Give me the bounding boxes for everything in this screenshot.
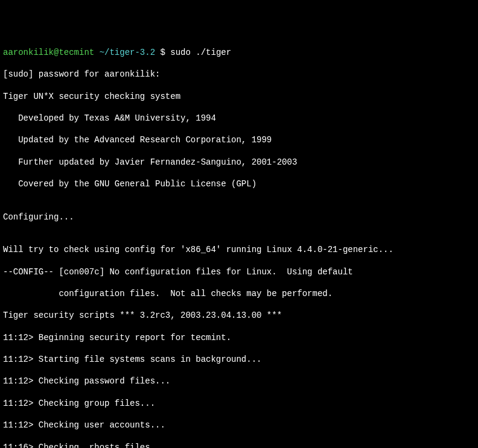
- terminal-line: --CONFIG-- [con007c] No configuration fi…: [3, 267, 475, 277]
- terminal-line: Developed by Texas A&M University, 1994: [3, 113, 475, 124]
- prompt-line: aaronkilik@tecmint ~/tiger-3.2 $ sudo ./…: [3, 47, 475, 58]
- terminal-line: 11:12> Checking password files...: [3, 376, 475, 386]
- terminal-line: 11:12> Checking group files...: [3, 398, 475, 409]
- terminal-line: 11:16> Checking .rhosts files...: [3, 442, 475, 449]
- terminal-line: 11:12> Checking user accounts...: [3, 420, 475, 431]
- terminal-line: Updated by the Advanced Research Corpora…: [3, 134, 475, 145]
- terminal-line: Tiger UN*X security checking system: [3, 91, 475, 102]
- terminal-line: configuration files. Not all checks may …: [3, 288, 475, 299]
- terminal-line: Further updated by Javier Fernandez-Sang…: [3, 157, 475, 168]
- prompt-user: aaronkilik@tecmint: [3, 48, 94, 57]
- terminal-line: Will try to check using config for 'x86_…: [3, 244, 475, 255]
- prompt-dollar: $: [155, 48, 170, 57]
- terminal-line: 11:12> Starting file systems scans in ba…: [3, 354, 475, 365]
- prompt-path: ~/tiger-3.2: [100, 48, 155, 57]
- terminal-line: Tiger security scripts *** 3.2rc3, 2003.…: [3, 310, 475, 321]
- terminal-line: [sudo] password for aaronkilik:: [3, 69, 475, 80]
- terminal-line: 11:12> Beginning security report for tec…: [3, 332, 475, 343]
- terminal-line: Configuring...: [3, 212, 475, 222]
- command-input[interactable]: sudo ./tiger: [170, 48, 231, 57]
- terminal-line: Covered by the GNU General Public Licens…: [3, 178, 475, 189]
